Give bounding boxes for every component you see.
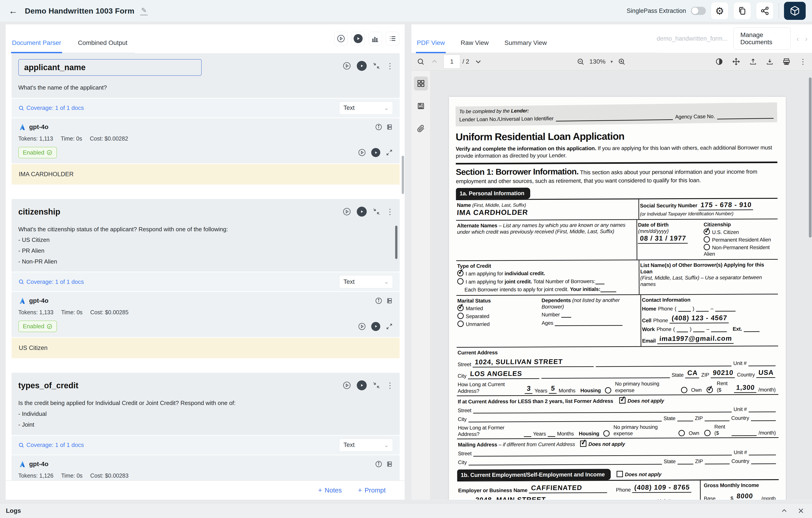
form-title: Uniform Residential Loan Application xyxy=(456,129,777,143)
field-card-applicant-name: applicant_name ⋮ What's the name of the … xyxy=(11,53,400,185)
enabled-badge[interactable]: Enabled xyxy=(18,147,57,158)
azure-openai-icon xyxy=(18,297,26,305)
lender-bar: To be completed by the Lender: Lender Lo… xyxy=(456,102,777,126)
model-config-icon[interactable] xyxy=(386,297,393,304)
singlepass-toggle[interactable] xyxy=(691,7,706,15)
page-number-input[interactable]: 1 xyxy=(443,55,460,69)
enabled-badge[interactable]: Enabled xyxy=(18,321,57,332)
upload-icon[interactable] xyxy=(749,58,757,65)
pdf-toolbar: 1 / 2 130% ▾ ⋮ xyxy=(411,53,812,71)
logs-bar[interactable]: Logs xyxy=(0,503,812,518)
question-scrollbar[interactable] xyxy=(395,225,398,259)
tab-combined-output[interactable]: Combined Output xyxy=(77,39,128,53)
add-prompt-button[interactable]: +Prompt xyxy=(358,487,386,494)
chevron-up-icon[interactable] xyxy=(431,58,438,65)
field-card-citizenship: citizenship ⋮ What's the citizenship sta… xyxy=(11,199,400,359)
play-outline-icon[interactable] xyxy=(343,208,351,216)
play-outline-icon[interactable] xyxy=(343,62,351,70)
play-outline-icon[interactable] xyxy=(358,149,366,156)
close-logs-icon[interactable] xyxy=(798,508,804,514)
settings-button[interactable]: ⚙ xyxy=(711,2,728,20)
tab-raw-view[interactable]: Raw View xyxy=(460,39,490,53)
state-handwritten: CA xyxy=(685,369,700,378)
kebab-menu-icon[interactable]: ⋮ xyxy=(386,207,394,216)
tokens-stat: Tokens: 1,133 xyxy=(18,309,54,316)
tab-document-parser[interactable]: Document Parser xyxy=(11,39,62,53)
zoom-out-icon[interactable] xyxy=(577,58,584,65)
tab-summary-view[interactable]: Summary View xyxy=(503,39,548,53)
expand-icon[interactable] xyxy=(386,323,393,330)
expand-icon[interactable] xyxy=(386,149,393,156)
kebab-menu-icon[interactable]: ⋮ xyxy=(386,381,394,390)
field-name[interactable]: citizenship xyxy=(18,207,60,216)
edit-title-icon[interactable]: ✎ xyxy=(140,6,148,16)
output-type-select[interactable]: Text⌄ xyxy=(339,275,393,288)
tab-pdf-view[interactable]: PDF View xyxy=(416,39,446,53)
model-config-icon[interactable] xyxy=(386,461,393,467)
play-filled-icon[interactable] xyxy=(357,61,367,71)
left-panel-scrollbar[interactable] xyxy=(402,156,404,194)
appearance-icon[interactable] xyxy=(715,58,723,65)
workspace-button[interactable] xyxy=(784,2,806,20)
outline-button[interactable] xyxy=(414,99,428,113)
chevron-down-icon: ⌄ xyxy=(384,105,388,111)
back-arrow-icon[interactable]: ← xyxy=(8,6,18,16)
zoom-in-icon[interactable] xyxy=(618,58,626,65)
play-outline-icon xyxy=(337,34,345,43)
more-options-icon[interactable]: ⋮ xyxy=(800,57,807,66)
plus-icon: + xyxy=(318,487,322,494)
kebab-menu-icon[interactable]: ⋮ xyxy=(386,61,394,70)
model-config-icon[interactable] xyxy=(386,124,393,130)
play-filled-icon[interactable] xyxy=(357,207,367,217)
play-filled-icon[interactable] xyxy=(371,322,380,331)
pan-icon[interactable] xyxy=(732,58,740,66)
collapse-icon[interactable] xyxy=(373,382,380,389)
collapse-icon[interactable] xyxy=(373,208,380,215)
field-name-input[interactable]: applicant_name xyxy=(18,59,202,76)
search-icon[interactable] xyxy=(417,58,425,65)
run-all-filled-button[interactable] xyxy=(351,32,365,45)
info-icon[interactable] xyxy=(375,124,382,130)
share-icon xyxy=(760,6,769,16)
metrics-button[interactable] xyxy=(369,32,382,45)
document-name: demo_handwritten_form... xyxy=(657,35,728,42)
thumbnails-button[interactable] xyxy=(414,77,428,90)
download-icon[interactable] xyxy=(766,58,774,65)
add-notes-button[interactable]: +Notes xyxy=(318,487,342,494)
share-button[interactable] xyxy=(756,2,774,20)
play-outline-icon[interactable] xyxy=(358,323,366,330)
coverage-link[interactable]: Coverage: 1 of 1 docs xyxy=(18,441,84,449)
play-filled-icon[interactable] xyxy=(357,380,367,390)
coverage-link[interactable]: Coverage: 1 of 1 docs xyxy=(18,104,84,112)
chevron-down-icon[interactable] xyxy=(475,58,482,65)
prev-doc-icon[interactable]: ‹ xyxy=(796,34,799,43)
print-icon[interactable] xyxy=(783,58,790,65)
output-type-select[interactable]: Text⌄ xyxy=(339,438,393,452)
zoom-caret-icon[interactable]: ▾ xyxy=(611,59,613,64)
field-name[interactable]: types_of_credit xyxy=(18,381,78,390)
time-stat: Time: 0s xyxy=(61,135,82,142)
next-doc-icon[interactable]: › xyxy=(805,34,808,43)
zoom-level[interactable]: 130% xyxy=(589,58,606,65)
former-no-housing-radio xyxy=(603,430,610,436)
play-filled-icon[interactable] xyxy=(371,148,380,157)
pdf-scrollbar[interactable] xyxy=(809,78,812,238)
attachments-button[interactable] xyxy=(414,122,428,135)
list-view-button[interactable] xyxy=(386,32,399,45)
run-all-button[interactable] xyxy=(334,32,348,45)
joint-credit-radio xyxy=(457,278,464,284)
manage-documents-button[interactable]: Manage Documents xyxy=(733,28,791,50)
expand-logs-icon[interactable] xyxy=(781,508,788,514)
collapse-icon[interactable] xyxy=(373,62,380,70)
pdf-viewport: To be completed by the Lender: Lender Lo… xyxy=(411,71,812,500)
info-icon[interactable] xyxy=(375,461,382,467)
play-outline-icon[interactable] xyxy=(343,381,351,389)
copy-button[interactable] xyxy=(733,2,751,20)
coverage-link[interactable]: Coverage: 1 of 1 docs xyxy=(18,278,84,285)
info-icon[interactable] xyxy=(375,297,382,304)
form-intro: Verify and complete the information on t… xyxy=(456,144,777,159)
output-type-select[interactable]: Text⌄ xyxy=(339,101,393,115)
search-icon xyxy=(18,442,24,448)
time-stat: Time: 0s xyxy=(61,309,83,316)
right-panel: PDF View Raw View Summary View demo_hand… xyxy=(411,24,812,500)
